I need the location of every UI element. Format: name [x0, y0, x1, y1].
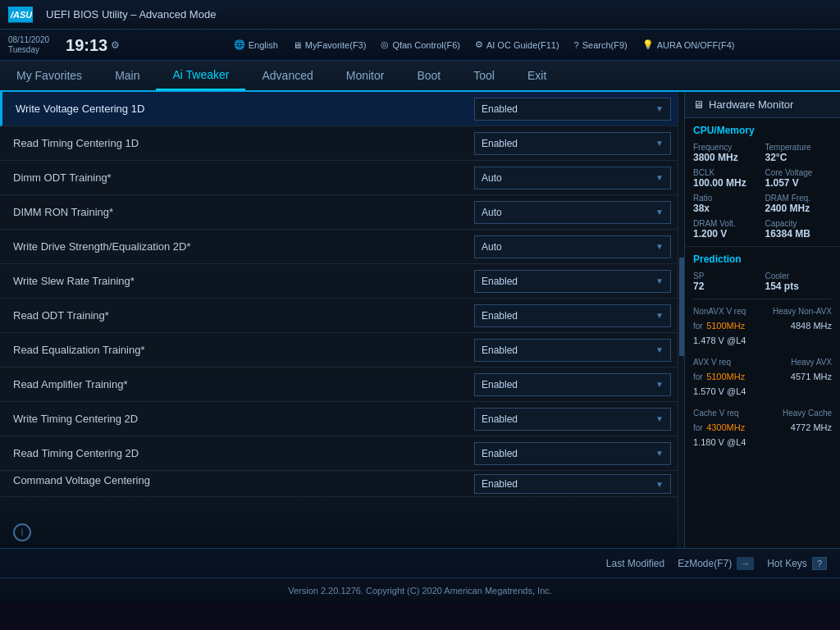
cache-for: for: [693, 423, 703, 432]
nav-main[interactable]: Main: [98, 61, 156, 90]
nav-tool[interactable]: Tool: [457, 61, 511, 90]
row-control-write-drive[interactable]: Auto ▼: [474, 235, 671, 258]
main-layout: Write Voltage Centering 1D Enabled ▼ Rea…: [0, 92, 840, 548]
toolbar-english-label: English: [249, 40, 278, 50]
monitor-icon: 🖥: [693, 98, 704, 111]
info-button[interactable]: i: [13, 523, 31, 541]
table-row[interactable]: Read Timing Centering 1D Enabled ▼: [0, 126, 684, 161]
dropdown-command-voltage[interactable]: Enabled ▼: [474, 474, 671, 494]
row-label-write-drive: Write Drive Strength/Equalization 2D*: [13, 240, 474, 253]
cache-freq: 4300MHz: [706, 422, 745, 432]
nav-exit[interactable]: Exit: [511, 61, 563, 90]
hw-value-temperature: 32°C: [765, 152, 833, 163]
heavy-cache-value: 4772 MHz: [791, 422, 832, 432]
row-control-read-amp[interactable]: Enabled ▼: [474, 373, 671, 396]
dropdown-value: Enabled: [482, 379, 518, 390]
row-control-dimm-ron[interactable]: Auto ▼: [474, 201, 671, 224]
dropdown-write-drive[interactable]: Auto ▼: [474, 235, 671, 258]
table-row[interactable]: Read Equalization Training* Enabled ▼: [0, 333, 684, 368]
row-label-read-eq: Read Equalization Training*: [13, 344, 474, 356]
ez-mode-label: EzMode(F7): [678, 558, 732, 569]
nav-monitor[interactable]: Monitor: [330, 61, 401, 90]
dropdown-read-amp[interactable]: Enabled ▼: [474, 373, 671, 396]
hot-keys-button[interactable]: Hot Keys ?: [767, 557, 827, 570]
chevron-down-icon: ▼: [655, 173, 664, 182]
dropdown-write-timing-2d[interactable]: Enabled ▼: [474, 408, 671, 431]
dropdown-dimm-ron[interactable]: Auto ▼: [474, 201, 671, 224]
toolbar-aioc[interactable]: ⚙ AI OC Guide(F11): [475, 39, 559, 50]
hot-keys-label: Hot Keys: [767, 558, 807, 569]
row-label-write-voltage-1d: Write Voltage Centering 1D: [16, 103, 474, 115]
row-label-dimm-odt: Dimm ODT Training*: [13, 171, 474, 184]
nav-tool-label: Tool: [473, 69, 495, 82]
row-control-write-voltage-1d[interactable]: Enabled ▼: [474, 98, 671, 121]
row-label-read-timing-2d: Read Timing Centering 2D: [13, 447, 474, 459]
nav-advanced[interactable]: Advanced: [245, 61, 329, 90]
dropdown-read-timing-2d[interactable]: Enabled ▼: [474, 442, 671, 465]
dropdown-value: Enabled: [482, 413, 518, 425]
row-control-read-timing-2d[interactable]: Enabled ▼: [474, 442, 671, 465]
row-control-write-slew[interactable]: Enabled ▼: [474, 270, 671, 293]
hw-cell-sp: SP 72: [693, 272, 760, 292]
toolbar-aioc-label: AI OC Guide(F11): [486, 40, 559, 50]
table-row[interactable]: DIMM RON Training* Auto ▼: [0, 195, 684, 230]
hw-value-ratio: 38x: [693, 203, 760, 214]
row-control-read-timing-1d[interactable]: Enabled ▼: [474, 132, 671, 155]
avx-for: for: [693, 372, 703, 381]
row-label-read-timing-1d: Read Timing Centering 1D: [13, 137, 474, 149]
toolbar-aura[interactable]: 💡 AURA ON/OFF(F4): [642, 39, 735, 50]
row-control-write-timing-2d[interactable]: Enabled ▼: [474, 408, 671, 431]
nav-my-favorites[interactable]: My Favorites: [0, 61, 98, 90]
dropdown-value: Auto: [482, 241, 502, 253]
pred-row-nonavx: NonAVX V req for 5100MHz Heavy Non-AVX 4…: [693, 303, 832, 347]
toolbar-qfan-label: Qfan Control(F6): [392, 40, 460, 50]
table-row[interactable]: Write Drive Strength/Equalization 2D* Au…: [0, 230, 684, 264]
nav-ai-tweaker[interactable]: Ai Tweaker: [156, 61, 245, 90]
nav-main-label: Main: [115, 69, 139, 82]
cpu-memory-title: CPU/Memory: [693, 125, 832, 136]
table-row[interactable]: Command Voltage Centering Enabled ▼: [0, 471, 684, 497]
dropdown-value: Auto: [482, 172, 502, 184]
fade-overlay: [0, 499, 678, 548]
dropdown-write-voltage-1d[interactable]: Enabled ▼: [474, 98, 671, 121]
settings-panel: Write Voltage Centering 1D Enabled ▼ Rea…: [0, 92, 684, 548]
table-row[interactable]: Write Timing Centering 2D Enabled ▼: [0, 402, 684, 436]
table-row[interactable]: Read ODT Training* Enabled ▼: [0, 299, 684, 333]
row-control-read-eq[interactable]: Enabled ▼: [474, 339, 671, 362]
scrollbar-thumb[interactable]: [679, 258, 684, 356]
table-row[interactable]: Dimm ODT Training* Auto ▼: [0, 161, 684, 195]
dropdown-read-eq[interactable]: Enabled ▼: [474, 339, 671, 362]
hw-value-sp: 72: [693, 281, 760, 292]
dropdown-read-odt[interactable]: Enabled ▼: [474, 304, 671, 327]
table-row[interactable]: Read Timing Centering 2D Enabled ▼: [0, 436, 684, 471]
hw-cell-core-voltage: Core Voltage 1.057 V: [765, 168, 833, 189]
nav-boot[interactable]: Boot: [400, 61, 457, 90]
row-control-command-voltage[interactable]: Enabled ▼: [474, 474, 671, 494]
dropdown-dimm-odt[interactable]: Auto ▼: [474, 167, 671, 189]
table-row[interactable]: Read Amplifier Training* Enabled ▼: [0, 368, 684, 402]
chevron-down-icon: ▼: [655, 311, 664, 320]
nav-ai-tweaker-label: Ai Tweaker: [172, 68, 229, 81]
toolbar-search[interactable]: ? Search(F9): [574, 40, 628, 50]
aura-icon: 💡: [642, 39, 654, 50]
toolbar-myfavorite-label: MyFavorite(F3): [305, 40, 367, 50]
version-bar: Version 2.20.1276. Copyright (C) 2020 Am…: [0, 578, 840, 602]
dropdown-write-slew[interactable]: Enabled ▼: [474, 270, 671, 293]
row-control-dimm-odt[interactable]: Auto ▼: [474, 167, 671, 189]
toolbar-myfavorite[interactable]: 🖥 MyFavorite(F3): [293, 40, 367, 50]
chevron-down-icon: ▼: [655, 480, 664, 489]
dropdown-value: Enabled: [482, 478, 518, 490]
chevron-down-icon: ▼: [655, 208, 664, 217]
hw-value-core-voltage: 1.057 V: [765, 177, 833, 189]
dropdown-read-timing-1d[interactable]: Enabled ▼: [474, 132, 671, 155]
gear-icon[interactable]: ⚙: [111, 39, 120, 51]
toolbar-english[interactable]: 🌐 English: [234, 39, 278, 50]
last-modified-button[interactable]: Last Modified: [606, 558, 664, 569]
table-row[interactable]: Write Slew Rate Training* Enabled ▼: [0, 264, 684, 299]
ez-mode-button[interactable]: EzMode(F7) →: [678, 557, 754, 570]
toolbar-qfan[interactable]: ◎ Qfan Control(F6): [381, 39, 460, 50]
scrollbar[interactable]: [678, 92, 684, 548]
table-row[interactable]: Write Voltage Centering 1D Enabled ▼: [0, 92, 684, 126]
myfav-icon: 🖥: [293, 40, 302, 50]
row-control-read-odt[interactable]: Enabled ▼: [474, 304, 671, 327]
